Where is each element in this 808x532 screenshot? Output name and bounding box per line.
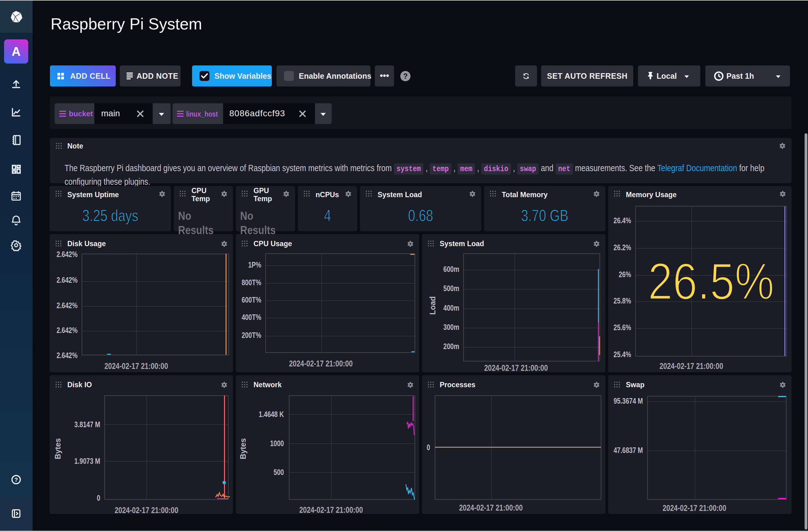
svg-text:?: ? (15, 477, 18, 483)
